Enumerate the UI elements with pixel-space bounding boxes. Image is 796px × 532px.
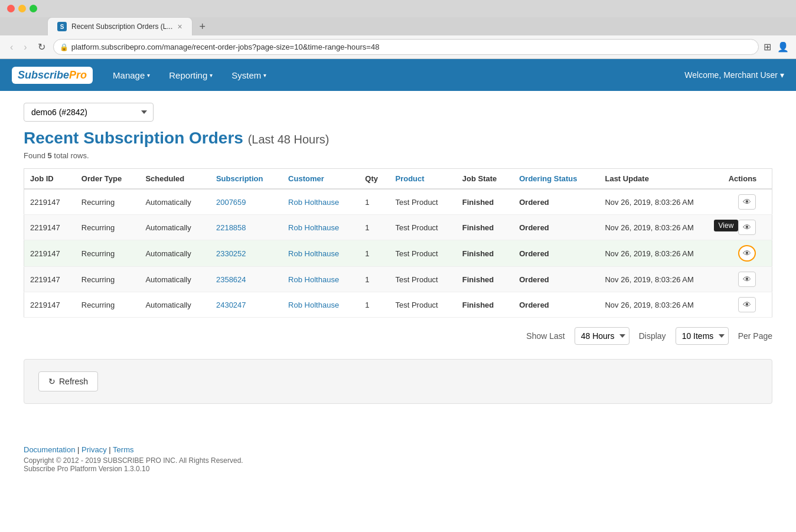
address-bar[interactable]: 🔒 platform.subscribepro.com/manage/recen… — [53, 39, 759, 55]
table-cell-value: Ordered — [519, 249, 549, 258]
view-button-highlighted[interactable]: 👁 — [738, 245, 756, 262]
refresh-icon: ↻ — [48, 377, 56, 386]
actions-cell: View👁 — [723, 215, 772, 240]
table-cell-value: Ordered — [519, 275, 549, 284]
url-text: platform.subscribepro.com/manage/recent-… — [71, 43, 380, 51]
table-cell: Finished — [456, 267, 513, 292]
view-button[interactable]: 👁 — [738, 194, 756, 210]
table-cell-value: Finished — [462, 275, 494, 284]
table-cell: Recurring — [76, 267, 140, 292]
table-row: 2219147RecurringAutomatically2330252Rob … — [24, 240, 772, 267]
browser-close-btn[interactable] — [7, 5, 15, 12]
table-cell: Finished — [456, 215, 513, 240]
show-last-label: Show Last — [526, 331, 565, 341]
merchant-select[interactable]: demo6 (#2842) — [24, 103, 154, 122]
back-button[interactable]: ‹ — [7, 41, 16, 54]
table-cell-link[interactable]: 2218858 — [216, 223, 246, 232]
table-cell: Finished — [456, 240, 513, 267]
table-cell[interactable]: 2007659 — [210, 189, 282, 215]
view-button[interactable]: 👁 — [738, 220, 756, 235]
table-cell-value: Finished — [462, 301, 494, 309]
table-cell: Finished — [456, 292, 513, 318]
footer: Documentation | Privacy | Terms Copyrigh… — [0, 433, 796, 485]
col-header-product: Product — [389, 169, 456, 190]
tab-title: Recent Subscription Orders (L... — [71, 22, 172, 31]
brand-pro: Pro — [69, 69, 87, 81]
browser-maximize-btn[interactable] — [30, 5, 37, 12]
main-content: demo6 (#2842) Recent Subscription Orders… — [0, 91, 796, 416]
browser-minimize-btn[interactable] — [18, 5, 26, 12]
browser-tab[interactable]: S Recent Subscription Orders (L... × — [47, 17, 193, 35]
forward-button[interactable]: › — [21, 41, 30, 54]
manage-caret-icon: ▾ — [147, 72, 150, 79]
nav-menu: Manage ▾ Reporting ▾ System ▾ — [105, 66, 684, 85]
view-button[interactable]: 👁 — [738, 272, 756, 287]
brand-subscribe: Subscribe — [18, 69, 69, 81]
table-cell: Test Product — [389, 267, 456, 292]
tab-favicon: S — [57, 22, 67, 31]
view-button[interactable]: 👁 — [738, 297, 756, 312]
nav-item-reporting[interactable]: Reporting ▾ — [161, 66, 221, 85]
table-cell: Recurring — [76, 189, 140, 215]
table-cell: 2219147 — [24, 267, 76, 292]
new-tab-button[interactable]: + — [195, 18, 211, 35]
col-header-qty: Qty — [359, 169, 389, 190]
footer-links: Documentation | Privacy | Terms — [24, 445, 772, 454]
table-cell[interactable]: 2430247 — [210, 292, 282, 318]
table-cell: Nov 26, 2019, 8:03:26 AM — [599, 189, 722, 215]
table-cell: 1 — [359, 267, 389, 292]
nav-item-manage[interactable]: Manage ▾ — [105, 66, 158, 85]
browser-address-bar: ‹ › ↻ 🔒 platform.subscribepro.com/manage… — [0, 35, 796, 59]
brand-logo[interactable]: SubscribePro — [12, 67, 93, 84]
table-cell-link[interactable]: Rob Holthause — [288, 249, 339, 258]
footer-copyright: Copyright © 2012 - 2019 SUBSCRIBE PRO IN… — [24, 456, 772, 473]
brand-text: SubscribePro — [18, 69, 87, 81]
privacy-link[interactable]: Privacy — [81, 445, 107, 454]
merchant-select-wrapper: demo6 (#2842) — [24, 103, 772, 122]
table-cell-link[interactable]: 2007659 — [216, 198, 246, 207]
table-cell-link[interactable]: Rob Holthause — [288, 275, 339, 284]
table-cell[interactable]: 2330252 — [210, 240, 282, 267]
user-icon[interactable]: 👤 — [777, 41, 789, 53]
table-cell[interactable]: 2218858 — [210, 215, 282, 240]
terms-link[interactable]: Terms — [113, 445, 133, 454]
table-cell[interactable]: Rob Holthause — [282, 240, 359, 267]
refresh-browser-button[interactable]: ↻ — [35, 40, 48, 54]
table-cell-link[interactable]: Rob Holthause — [288, 198, 339, 207]
items-per-page-select[interactable]: 5 Items 10 Items 25 Items 50 Items — [676, 327, 729, 345]
table-cell-link[interactable]: 2358624 — [216, 275, 246, 284]
table-cell-link[interactable]: Rob Holthause — [288, 301, 339, 309]
extensions-icon[interactable]: ⊞ — [764, 41, 771, 53]
table-cell: Recurring — [76, 292, 140, 318]
tooltip-container: View👁 — [738, 220, 756, 235]
table-cell: 2219147 — [24, 215, 76, 240]
table-cell: Nov 26, 2019, 8:03:26 AM — [599, 240, 722, 267]
table-cell-link[interactable]: Rob Holthause — [288, 223, 339, 232]
table-cell[interactable]: Rob Holthause — [282, 292, 359, 318]
table-cell: 1 — [359, 292, 389, 318]
user-menu[interactable]: Welcome, Merchant User ▾ — [684, 70, 784, 80]
table-cell[interactable]: 2358624 — [210, 267, 282, 292]
table-cell-link[interactable]: 2330252 — [216, 249, 246, 258]
table-cell-link[interactable]: 2430247 — [216, 301, 246, 309]
table-cell[interactable]: Rob Holthause — [282, 189, 359, 215]
table-cell: Finished — [456, 189, 513, 215]
tab-close-btn[interactable]: × — [177, 22, 182, 31]
table-cell: Ordered — [513, 267, 599, 292]
table-cell: 1 — [359, 189, 389, 215]
table-cell: Ordered — [513, 292, 599, 318]
version-text: Subscribe Pro Platform Version 1.3.0.10 — [24, 465, 772, 473]
table-cell[interactable]: Rob Holthause — [282, 215, 359, 240]
documentation-link[interactable]: Documentation — [24, 445, 75, 454]
time-range-select[interactable]: 24 Hours 48 Hours 72 Hours 1 Week — [575, 327, 629, 345]
system-caret-icon: ▾ — [263, 72, 266, 79]
table-cell: 2219147 — [24, 189, 76, 215]
table-cell[interactable]: Rob Holthause — [282, 267, 359, 292]
col-header-customer: Customer — [282, 169, 359, 190]
page-title-main: Recent Subscription Orders — [24, 129, 243, 147]
refresh-button[interactable]: ↻ Refresh — [38, 371, 98, 391]
table-row: 2219147RecurringAutomatically2007659Rob … — [24, 189, 772, 215]
table-cell: Automatically — [139, 267, 210, 292]
table-cell-value: Finished — [462, 198, 494, 207]
nav-item-system[interactable]: System ▾ — [223, 66, 275, 85]
